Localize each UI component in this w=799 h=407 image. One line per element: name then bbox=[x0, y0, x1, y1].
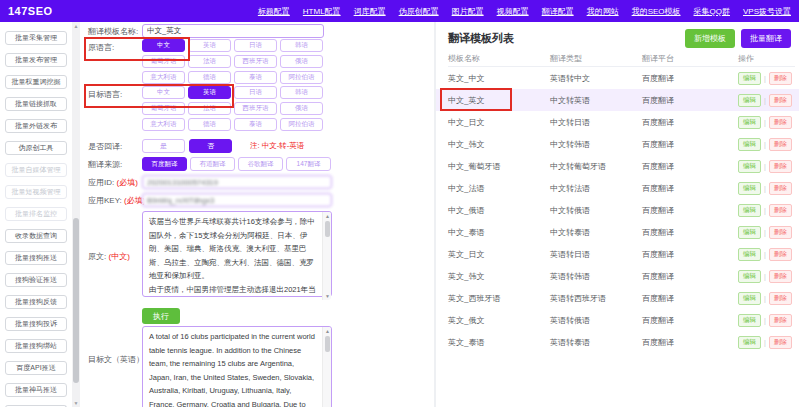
textarea-scrollbar[interactable]: ▲ bbox=[322, 327, 331, 407]
lang-option[interactable]: 英语 bbox=[188, 39, 231, 52]
delete-button[interactable]: 删除 bbox=[769, 204, 792, 217]
lang-option[interactable]: 中文 bbox=[142, 39, 185, 52]
lang-option[interactable]: 日语 bbox=[234, 39, 277, 52]
nav-item[interactable]: 我的SEO模板 bbox=[632, 6, 681, 17]
lang-option[interactable]: 泰语 bbox=[234, 118, 277, 131]
sidebar-item[interactable]: 批量搜狗投诉 bbox=[5, 317, 67, 331]
lang-option[interactable]: 法语 bbox=[188, 55, 231, 68]
nav-item[interactable]: 视频配置 bbox=[497, 6, 529, 17]
original-textarea[interactable]: 该届当今世界乒乓球联赛共计16支球会参与，除中国队外，余下15支球会分别为阿根廷… bbox=[142, 211, 332, 297]
lang-option[interactable]: 韩语 bbox=[280, 86, 323, 99]
nav-item[interactable]: 词库配置 bbox=[354, 6, 386, 17]
sidebar-item[interactable]: 百度API推送 bbox=[5, 361, 67, 375]
sidebar-item[interactable]: 批量权重词挖掘 bbox=[5, 75, 67, 89]
batch-translate-button[interactable]: 批量翻译 bbox=[741, 29, 791, 48]
delete-button[interactable]: 删除 bbox=[769, 94, 792, 107]
delete-button[interactable]: 删除 bbox=[769, 182, 792, 195]
app-key-input[interactable] bbox=[142, 193, 332, 207]
template-name-input[interactable] bbox=[142, 24, 324, 38]
edit-button[interactable]: 编辑 bbox=[738, 292, 761, 305]
delete-button[interactable]: 删除 bbox=[769, 116, 792, 129]
table-row[interactable]: 中文_泰语中文转泰语百度翻译编辑|删除 bbox=[448, 221, 795, 243]
nav-item[interactable]: 标题配置 bbox=[258, 6, 290, 17]
delete-button[interactable]: 删除 bbox=[769, 226, 792, 239]
sidebar-item[interactable]: 批量发布管理 bbox=[5, 53, 67, 67]
lang-option[interactable]: 葡萄牙语 bbox=[142, 55, 185, 68]
delete-button[interactable]: 删除 bbox=[769, 270, 792, 283]
sidebar-item[interactable]: 批量搜狗绑站 bbox=[5, 339, 67, 353]
table-row[interactable]: 中文_葡萄牙语中文转葡萄牙语百度翻译编辑|删除 bbox=[448, 155, 795, 177]
edit-button[interactable]: 编辑 bbox=[738, 336, 761, 349]
nav-item[interactable]: 伪原创配置 bbox=[399, 6, 439, 17]
add-template-button[interactable]: 新增模板 bbox=[685, 29, 735, 48]
table-row[interactable]: 英文_中文英语转中文百度翻译编辑|删除 bbox=[448, 67, 795, 89]
sidebar-item[interactable]: 批量链接抓取 bbox=[5, 97, 67, 111]
sidebar-item[interactable]: 批量外链发布 bbox=[5, 119, 67, 133]
lang-option[interactable]: 俄语 bbox=[280, 55, 323, 68]
table-row[interactable]: 中文_日文中文转日语百度翻译编辑|删除 bbox=[448, 111, 795, 133]
delete-button[interactable]: 删除 bbox=[769, 314, 792, 327]
translate-source-option[interactable]: 谷歌翻译 bbox=[238, 157, 283, 171]
scroll-up-icon[interactable]: ▲ bbox=[323, 212, 332, 220]
lang-option[interactable]: 德语 bbox=[188, 118, 231, 131]
sidebar-item[interactable]: 批量神马推送 bbox=[5, 383, 67, 397]
sidebar-scrollbar[interactable]: ▲ ▼ bbox=[72, 22, 80, 407]
sidebar-item[interactable]: 批量搜狗推送 bbox=[5, 251, 67, 265]
edit-button[interactable]: 编辑 bbox=[738, 248, 761, 261]
delete-button[interactable]: 删除 bbox=[769, 248, 792, 261]
delete-button[interactable]: 删除 bbox=[769, 336, 792, 349]
lang-option[interactable]: 意大利语 bbox=[142, 118, 185, 131]
edit-button[interactable]: 编辑 bbox=[738, 270, 761, 283]
scroll-down-icon[interactable]: ▼ bbox=[323, 292, 332, 300]
table-row[interactable]: 英文_日文英语转日语百度翻译编辑|删除 bbox=[448, 243, 795, 265]
sidebar-item[interactable]: 收录数据查询 bbox=[5, 229, 67, 243]
lang-option[interactable]: 意大利语 bbox=[142, 71, 185, 84]
table-row[interactable]: 中文_法语中文转法语百度翻译编辑|删除 bbox=[448, 177, 795, 199]
lang-option[interactable]: 英语 bbox=[188, 86, 231, 99]
lang-option[interactable]: 德语 bbox=[188, 71, 231, 84]
target-textarea[interactable]: A total of 16 clubs participated in the … bbox=[142, 326, 332, 407]
table-row[interactable]: 英文_西班牙语英语转西班牙语百度翻译编辑|删除 bbox=[448, 287, 795, 309]
edit-button[interactable]: 编辑 bbox=[738, 116, 761, 129]
table-row[interactable]: 英文_韩文英语转韩语百度翻译编辑|删除 bbox=[448, 265, 795, 287]
execute-button[interactable]: 执行 bbox=[142, 308, 180, 324]
edit-button[interactable]: 编辑 bbox=[738, 72, 761, 85]
delete-button[interactable]: 删除 bbox=[769, 138, 792, 151]
translate-source-option[interactable]: 百度翻译 bbox=[142, 157, 187, 171]
nav-item[interactable]: VPS拨号设置 bbox=[743, 6, 791, 17]
sidebar-item[interactable]: 搜狗验证推送 bbox=[5, 273, 67, 287]
lang-option[interactable]: 葡萄牙语 bbox=[142, 102, 185, 115]
nav-item[interactable]: 翻译配置 bbox=[542, 6, 574, 17]
translate-source-option[interactable]: 147翻译 bbox=[286, 157, 331, 171]
edit-button[interactable]: 编辑 bbox=[738, 204, 761, 217]
nav-item[interactable]: 图片配置 bbox=[452, 6, 484, 17]
lang-option[interactable]: 俄语 bbox=[280, 102, 323, 115]
table-row[interactable]: 英文_泰语英语转泰语百度翻译编辑|删除 bbox=[448, 331, 795, 353]
delete-button[interactable]: 删除 bbox=[769, 160, 792, 173]
edit-button[interactable]: 编辑 bbox=[738, 314, 761, 327]
nav-item[interactable]: 采集QQ群 bbox=[694, 6, 730, 17]
table-row[interactable]: 中文_英文中文转英语百度翻译编辑|删除 bbox=[436, 89, 799, 111]
scrollbar-thumb[interactable] bbox=[73, 218, 79, 383]
back-translate-option[interactable]: 是 bbox=[142, 139, 185, 153]
delete-button[interactable]: 删除 bbox=[769, 72, 792, 85]
lang-option[interactable]: 韩语 bbox=[280, 39, 323, 52]
lang-option[interactable]: 法语 bbox=[188, 102, 231, 115]
textarea-scrollbar[interactable]: ▲ ▼ bbox=[322, 212, 331, 300]
edit-button[interactable]: 编辑 bbox=[738, 138, 761, 151]
app-id-input[interactable] bbox=[142, 175, 332, 189]
table-row[interactable]: 中文_俄语中文转俄语百度翻译编辑|删除 bbox=[448, 199, 795, 221]
table-row[interactable]: 中文_韩文中文转韩语百度翻译编辑|删除 bbox=[448, 133, 795, 155]
lang-option[interactable]: 阿拉伯语 bbox=[280, 71, 323, 84]
edit-button[interactable]: 编辑 bbox=[738, 160, 761, 173]
scroll-down-icon[interactable]: ▼ bbox=[72, 399, 80, 407]
edit-button[interactable]: 编辑 bbox=[738, 182, 761, 195]
translate-source-option[interactable]: 有道翻译 bbox=[190, 157, 235, 171]
scroll-up-icon[interactable]: ▲ bbox=[72, 22, 80, 30]
edit-button[interactable]: 编辑 bbox=[738, 226, 761, 239]
scroll-up-icon[interactable]: ▲ bbox=[323, 327, 332, 335]
sidebar-item[interactable]: 伪原创工具 bbox=[5, 141, 67, 155]
sidebar-item[interactable]: 批量搜狗反馈 bbox=[5, 295, 67, 309]
delete-button[interactable]: 删除 bbox=[769, 292, 792, 305]
lang-option[interactable]: 阿拉伯语 bbox=[280, 118, 323, 131]
